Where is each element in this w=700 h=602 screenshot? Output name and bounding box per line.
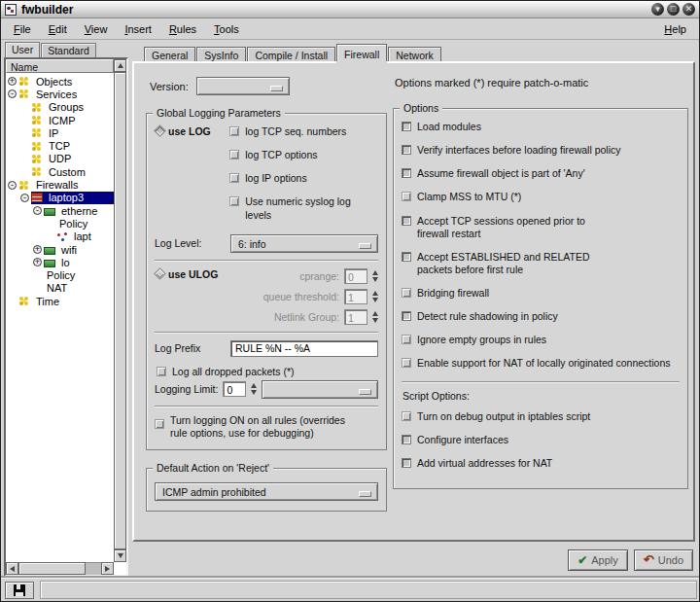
tree-item-body[interactable]: lo xyxy=(44,256,114,268)
checkbox-icon[interactable] xyxy=(402,145,411,155)
scroll-down-icon[interactable] xyxy=(114,549,126,562)
tree-item[interactable]: Policy xyxy=(6,268,114,281)
spin-down-icon[interactable] xyxy=(251,390,257,395)
tree-item[interactable]: Policy xyxy=(6,217,114,230)
checkbox-row[interactable]: log TCP seq. numbers xyxy=(229,125,378,138)
spin-up-icon[interactable] xyxy=(372,291,378,296)
tree-item-body[interactable]: UDP xyxy=(31,153,114,165)
checkbox-icon[interactable] xyxy=(402,411,411,421)
tree-item[interactable]: NAT xyxy=(6,282,114,295)
sidebar-tab[interactable]: User xyxy=(5,42,40,57)
tree-item[interactable]: + lo xyxy=(6,256,114,268)
option-row[interactable]: Detect rule shadowing in policy xyxy=(402,310,680,323)
spin-field[interactable]: 0 xyxy=(344,268,368,284)
tree-hscroll-thumb[interactable] xyxy=(18,562,86,575)
menu-item[interactable]: Rules xyxy=(160,20,205,38)
settings-tab[interactable]: Compile / Install xyxy=(247,47,335,61)
checkbox-row[interactable]: log IP options xyxy=(229,172,378,185)
use-log-option[interactable]: use LOG xyxy=(155,125,229,232)
checkbox-icon[interactable] xyxy=(402,288,411,298)
spin-up-icon[interactable] xyxy=(372,311,378,316)
checkbox-icon[interactable] xyxy=(402,192,411,201)
tree-item[interactable]: - Services xyxy=(6,88,114,100)
checkbox-icon[interactable] xyxy=(402,458,411,468)
checkbox-row[interactable]: Use numeric syslog log levels xyxy=(229,195,378,221)
scroll-right-icon[interactable] xyxy=(101,562,114,575)
checkbox-icon[interactable] xyxy=(229,150,239,159)
checkbox-icon[interactable] xyxy=(402,168,411,178)
spin-down-icon[interactable] xyxy=(372,298,378,302)
tree-item[interactable]: Custom xyxy=(6,165,114,178)
checkbox-row[interactable]: log TCP options xyxy=(229,149,378,161)
option-row[interactable]: Assume firewall object is part of 'Any' xyxy=(402,167,680,180)
tree-item-body[interactable]: ICMP xyxy=(31,114,114,126)
tree-item-body[interactable]: Policy xyxy=(56,217,114,230)
option-row[interactable]: Bridging firewall xyxy=(402,287,680,300)
checkbox-icon[interactable] xyxy=(402,252,411,262)
spin-up-icon[interactable] xyxy=(372,270,378,275)
tree-item[interactable]: - Firewalls xyxy=(6,178,114,191)
radio-icon[interactable] xyxy=(154,124,166,137)
option-row[interactable]: Add virtual addresses for NAT xyxy=(402,457,680,470)
save-button[interactable] xyxy=(5,582,34,599)
tree-item-body[interactable]: laptop3 xyxy=(31,192,114,204)
tree-item-body[interactable]: lapt xyxy=(56,230,114,243)
spin-down-icon[interactable] xyxy=(372,277,378,282)
tree-item-body[interactable]: Time xyxy=(18,295,114,307)
tree-item-body[interactable]: wifi xyxy=(44,243,114,256)
close-icon[interactable]: ✕ xyxy=(682,3,695,16)
option-row[interactable]: Ignore empty groups in rules xyxy=(402,334,680,346)
checkbox-icon[interactable] xyxy=(229,196,239,206)
tree-item[interactable]: lapt xyxy=(6,230,114,243)
logging-limit-spin[interactable]: 0 xyxy=(223,381,246,397)
tree-item-body[interactable]: Services xyxy=(18,88,114,100)
menu-item-help[interactable]: Help xyxy=(655,20,695,38)
version-combobox[interactable] xyxy=(196,77,290,95)
shade-icon[interactable]: ▾ xyxy=(651,3,664,16)
menu-item[interactable]: Insert xyxy=(116,20,160,38)
tree-item-body[interactable]: etherne xyxy=(44,204,114,217)
checkbox-icon[interactable] xyxy=(157,367,166,376)
tree-item-body[interactable]: Firewalls xyxy=(18,179,114,192)
log-level-combobox[interactable]: 6: info xyxy=(230,234,378,253)
spin-down-icon[interactable] xyxy=(372,318,378,323)
tree-item[interactable]: - laptop3 xyxy=(6,192,114,204)
tree-item-body[interactable]: Objects xyxy=(18,75,114,88)
dropped-packets-option[interactable]: Log all dropped packets (*) xyxy=(157,366,378,378)
sidebar-tab[interactable]: Standard xyxy=(41,43,96,57)
settings-tab[interactable]: SysInfo xyxy=(196,47,246,61)
option-row[interactable]: Load modules xyxy=(402,121,680,133)
menu-item[interactable]: Edit xyxy=(40,20,76,38)
tree-expander-icon[interactable]: + xyxy=(8,77,17,86)
tree-item[interactable]: Groups xyxy=(6,101,114,114)
checkbox-icon[interactable] xyxy=(402,311,411,321)
option-row[interactable]: Clamp MSS to MTU (*) xyxy=(402,191,680,203)
tree-item-body[interactable]: NAT xyxy=(44,282,114,295)
option-row[interactable]: Verify interfaces before loading firewal… xyxy=(402,144,680,157)
checkbox-icon[interactable] xyxy=(229,126,239,136)
checkbox-icon[interactable] xyxy=(402,122,411,131)
option-row[interactable]: Configure interfaces xyxy=(402,434,680,446)
tree-item-body[interactable]: TCP xyxy=(31,140,114,153)
tree-vscroll-thumb[interactable] xyxy=(114,72,126,549)
settings-tab[interactable]: Network xyxy=(388,47,441,61)
spin-field[interactable]: 1 xyxy=(344,309,368,325)
tree-item-body[interactable]: Custom xyxy=(31,165,114,178)
checkbox-icon[interactable] xyxy=(402,216,411,226)
tree-item-body[interactable]: Policy xyxy=(44,269,114,282)
tree-item[interactable]: + Objects xyxy=(6,75,114,88)
tree-expander-icon[interactable]: - xyxy=(33,206,42,215)
tree-horizontal-scrollbar[interactable] xyxy=(6,562,114,575)
undo-button[interactable]: ↶ Undo xyxy=(634,549,693,571)
tree-item[interactable]: TCP xyxy=(6,139,114,152)
tree-item-body[interactable]: IP xyxy=(31,126,114,139)
tree-item[interactable]: Time xyxy=(6,295,114,307)
option-row[interactable]: Turn on debug output in iptables script xyxy=(402,410,680,423)
menu-item[interactable]: File xyxy=(5,20,40,38)
checkbox-icon[interactable] xyxy=(402,435,411,444)
apply-button[interactable]: ✔ Apply xyxy=(568,549,628,571)
option-row[interactable]: Enable support for NAT of locally origin… xyxy=(402,357,680,370)
tree-column-header[interactable]: Name xyxy=(6,59,114,73)
option-row[interactable]: Accept TCP sessions opened prior to fire… xyxy=(402,215,680,240)
tree-item[interactable]: + wifi xyxy=(6,243,114,256)
